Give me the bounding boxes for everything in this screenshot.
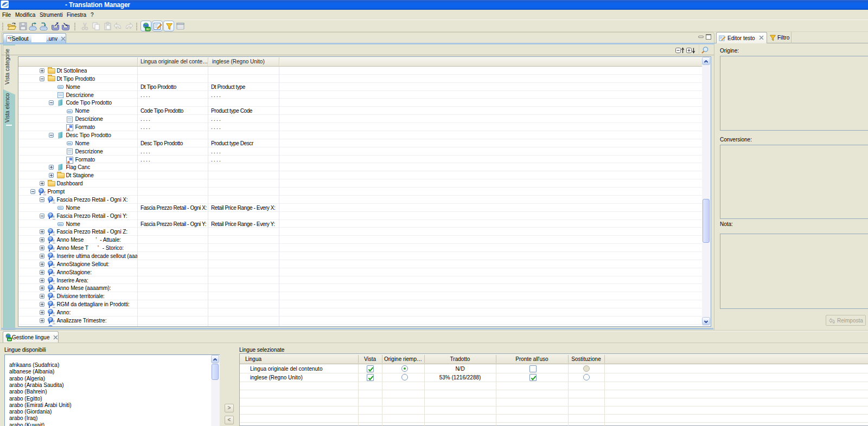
svg-text:ao: ao [146,27,150,31]
svg-text:ae: ae [8,338,11,341]
